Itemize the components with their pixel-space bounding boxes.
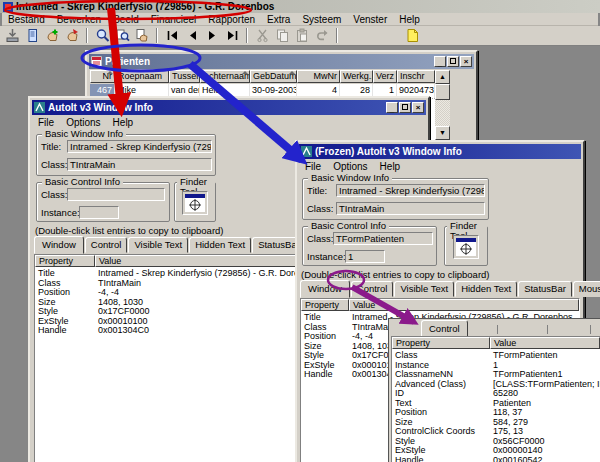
popup-tab-strip: Control — [389, 319, 600, 335]
group-label: Basic Control Info — [42, 177, 123, 187]
basic-window-info-group: Basic Window Info Title: Intramed - Skre… — [302, 178, 489, 220]
property-row[interactable]: Advanced (Class)[CLASS:TFormPatienten; I… — [392, 380, 600, 390]
control-property-list: Property Value ClassTFormPatienten Insta… — [391, 336, 600, 462]
control-tab-fragment: Control Property Value ClassTFormPatient… — [388, 318, 600, 462]
main-menubar: Bestand Bewerken Beeld Financieel Rappor… — [2, 13, 598, 26]
property-row[interactable]: ClassnameNNTFormPatienten1 — [392, 370, 600, 380]
finder-tool-icon[interactable] — [453, 235, 479, 259]
instance-label: Instance: — [307, 251, 346, 262]
property-row[interactable]: ClassTFormPatienten — [392, 351, 600, 361]
property-row[interactable]: Handle0x00160542 — [392, 456, 600, 462]
scroll-up-icon[interactable]: ▲ — [435, 70, 450, 84]
nav-next-icon[interactable] — [203, 27, 221, 44]
property-column-header[interactable]: Property — [35, 255, 95, 267]
menu-help[interactable]: Help — [393, 13, 426, 26]
group-label: Basic Window Info — [308, 173, 392, 183]
minimize-button[interactable]: _ — [434, 56, 446, 67]
tab-window[interactable]: Window — [300, 280, 350, 298]
zoom-icon[interactable] — [93, 27, 111, 44]
tab-visible-text[interactable]: Visible Text — [394, 281, 454, 297]
new-document-icon[interactable] — [23, 27, 41, 44]
minimize-button[interactable]: _ — [386, 102, 398, 113]
frozen-tab-strip: Window Control Visible Text Hidden Text … — [300, 281, 600, 297]
copy-icon[interactable] — [273, 27, 291, 44]
frozen-window-title: (Frozen) AutoIt v3 Window Info — [315, 146, 579, 157]
menu-extra[interactable]: Extra — [261, 13, 296, 26]
autoit-titlebar[interactable]: AutoIt v3 Window Info _ × — [32, 100, 426, 115]
menu-systeem[interactable]: Systeem — [296, 13, 347, 26]
zoom-pages-icon[interactable] — [113, 27, 131, 44]
property-column-header[interactable]: Property — [392, 337, 490, 349]
nav-prev-icon[interactable] — [183, 27, 201, 44]
group-label: Basic Window Info — [42, 129, 126, 139]
tab-control[interactable]: Control — [351, 281, 394, 297]
col-header-roepnaam[interactable]: Roepnaam — [115, 70, 169, 83]
tab-control[interactable]: Control — [85, 237, 128, 253]
frozen-titlebar[interactable]: (Frozen) AutoIt v3 Window Info — [299, 144, 581, 159]
group-label: Basic Control Info — [308, 221, 389, 231]
property-row[interactable]: ControlClick Coords175, 13 — [392, 427, 600, 437]
col-header-tussen[interactable]: Tussen... — [169, 70, 200, 83]
tab-mouse[interactable]: Mouse — [573, 281, 600, 297]
col-header-achternaam[interactable]: Achternaam — [200, 70, 250, 83]
nav-first-icon[interactable] — [163, 27, 181, 44]
cut-icon[interactable] — [253, 27, 271, 44]
note-icon[interactable] — [403, 27, 421, 44]
toolbar-separator — [86, 28, 88, 43]
col-header-inschr[interactable]: Inschr — [397, 70, 435, 83]
col-header-werkg[interactable]: Werkg... — [340, 70, 373, 83]
main-toolbar — [0, 26, 600, 46]
menu-venster[interactable]: Venster — [347, 13, 393, 26]
maximize-button[interactable] — [399, 102, 411, 113]
basic-window-info-group: Basic Window Info Title: Intramed - Skre… — [36, 134, 216, 176]
tab-hidden-text[interactable]: Hidden Text — [455, 281, 517, 297]
value-column-header[interactable]: Value — [490, 337, 600, 349]
paste-icon[interactable] — [293, 27, 311, 44]
doubleclick-hint: (Double-click list entries to copy to cl… — [301, 269, 490, 280]
menu-rapporten[interactable]: Rapporten — [202, 13, 261, 26]
scroll-down-icon[interactable]: ▼ — [435, 126, 450, 140]
menu-bestand[interactable]: Bestand — [2, 13, 51, 26]
patienten-table-header: Nr Roepnaam Tussen... Achternaam GebDatu… — [90, 70, 435, 83]
finder-tool-icon[interactable] — [182, 191, 208, 215]
patienten-vertical-scrollbar[interactable]: ▲ ▼ — [435, 70, 450, 140]
restore-button[interactable] — [447, 56, 459, 67]
patienten-titlebar[interactable]: Patienten _ × — [89, 54, 474, 69]
import-icon[interactable] — [3, 27, 21, 44]
tab-visible-text[interactable]: Visible Text — [128, 237, 188, 253]
value-column-header[interactable]: Value — [349, 299, 579, 311]
col-header-verz[interactable]: Verz — [373, 70, 397, 83]
col-header-gebdatum[interactable]: GebDatum — [250, 70, 297, 83]
property-row[interactable]: Size584, 279 — [392, 418, 600, 428]
property-row[interactable]: Instance1 — [392, 361, 600, 371]
property-row[interactable]: ID65280 — [392, 389, 600, 399]
col-header-nr[interactable]: Nr — [90, 70, 115, 83]
scrollbar-thumb[interactable] — [435, 84, 450, 100]
hand-add-icon[interactable] — [43, 27, 61, 44]
property-row[interactable]: Position118, 37 — [392, 408, 600, 418]
toolbar-separator — [336, 28, 338, 43]
hand-pages-icon[interactable] — [133, 27, 151, 44]
property-row[interactable]: TextPatienten — [392, 399, 600, 409]
hand-pointer-icon[interactable] — [63, 27, 81, 44]
tab-statusbar[interactable]: StatusBar — [518, 281, 572, 297]
sort-indicator-icon — [242, 71, 248, 74]
menu-financieel[interactable]: Financieel — [145, 13, 203, 26]
property-row[interactable]: ExStyle0x00000140 — [392, 446, 600, 456]
menu-beeld[interactable]: Beeld — [107, 13, 145, 26]
tab-hidden-text[interactable]: Hidden Text — [189, 237, 251, 253]
property-column-header[interactable]: Property — [301, 299, 349, 311]
close-button[interactable]: × — [412, 102, 424, 113]
tab-separator — [547, 325, 548, 334]
menu-bewerken[interactable]: Bewerken — [51, 13, 107, 26]
tab-window[interactable]: Window — [34, 236, 84, 254]
autoit-app-icon — [34, 102, 45, 113]
undo-icon[interactable] — [313, 27, 331, 44]
nav-last-icon[interactable] — [223, 27, 241, 44]
property-row[interactable]: Style0x56CF0000 — [392, 437, 600, 447]
close-button[interactable]: × — [460, 56, 472, 67]
window-class-field: TIntraMain — [67, 158, 212, 171]
main-window-titlebar[interactable]: Intramed - Skrep Kinderfysio (729856) - … — [0, 0, 600, 13]
class-label: Class: — [307, 233, 333, 244]
col-header-mwnr[interactable]: MwNr — [297, 70, 340, 83]
